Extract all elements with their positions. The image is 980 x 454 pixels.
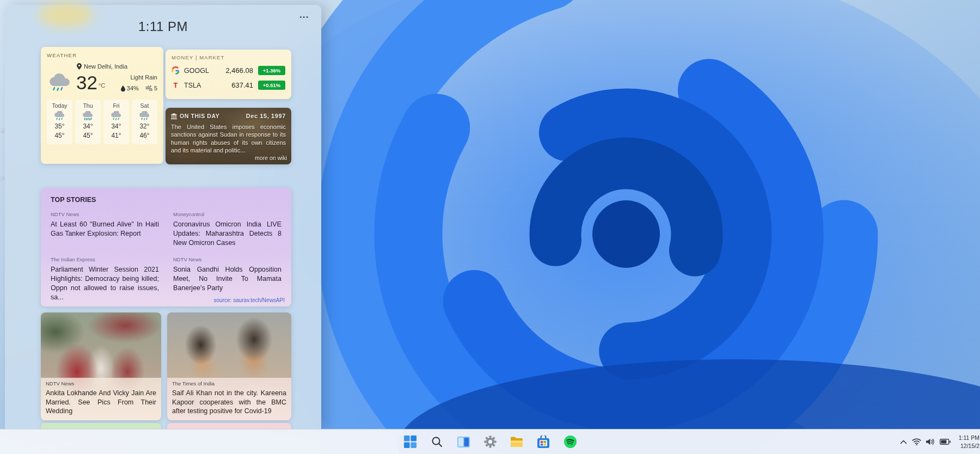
- on-this-day-date: Dec 15, 1997: [246, 113, 286, 119]
- on-this-day-widget[interactable]: ON THIS DAY Dec 15, 1997 The United Stat…: [166, 108, 291, 164]
- story-headline: At Least 60 "Burned Alive" In Haiti Gas …: [51, 220, 159, 238]
- location-pin-icon: [77, 63, 82, 70]
- volume-icon[interactable]: [926, 438, 935, 445]
- stock-price: 637.41: [231, 81, 253, 89]
- heavy-rain-cloud-icon: [82, 111, 95, 121]
- next-card-peek: [167, 423, 291, 429]
- stock-row[interactable]: T TSLA 637.41 +0.51%: [171, 81, 285, 90]
- museum-icon: [171, 113, 177, 119]
- settings-button[interactable]: [480, 432, 500, 452]
- wind-icon: [145, 85, 152, 91]
- humidity-icon: [121, 85, 125, 91]
- start-button[interactable]: [400, 432, 420, 452]
- news-card[interactable]: The Times of India Saif Ali Khan not in …: [167, 312, 291, 420]
- on-this-day-text: The United States imposes economic sanct…: [171, 123, 286, 154]
- stock-symbol: TSLA: [184, 82, 201, 89]
- story-headline: Sonia Gandhi Holds Opposition Meet, No I…: [173, 265, 281, 292]
- top-stories-title: TOP STORIES: [51, 196, 281, 204]
- task-view-button[interactable]: [454, 432, 473, 452]
- story-headline: Coronavirus Omicron India LIVE Updates: …: [173, 220, 281, 247]
- microsoft-store-button[interactable]: [534, 432, 553, 452]
- weather-title: WEATHER: [47, 52, 157, 58]
- weather-forecast: Today 35°45° Thu 34°45° Fri 34°41° Sat: [47, 100, 157, 144]
- more-options-button[interactable]: •••: [296, 11, 313, 22]
- tray-chevron-icon[interactable]: [900, 440, 907, 444]
- weather-humidity: 34%: [127, 85, 139, 91]
- market-title: MONEY | MARKET: [171, 54, 285, 60]
- rain-cloud-icon: [47, 73, 72, 93]
- top-stories-widget: TOP STORIES NDTV News At Least 60 "Burne…: [41, 188, 291, 306]
- spotify-button[interactable]: [560, 432, 580, 452]
- news-headline: Saif Ali Khan not in the city. Kareena K…: [172, 389, 286, 416]
- story-source: Moneycontrol: [173, 211, 281, 217]
- tesla-logo-icon: T: [171, 81, 180, 89]
- rain-cloud-icon: [110, 111, 123, 121]
- taskbar: 1:11 PM 12/15/2: [0, 429, 980, 454]
- forecast-day[interactable]: Sat 32°46°: [132, 100, 157, 144]
- tray-date: 12/15/2: [955, 442, 979, 450]
- stock-row[interactable]: GOOGL 2,466.08 +1.36%: [171, 66, 285, 75]
- on-this-day-title: ON THIS DAY: [180, 113, 219, 119]
- weather-location: New Delhi, India: [84, 63, 127, 70]
- story-item[interactable]: Moneycontrol Coronavirus Omicron India L…: [173, 211, 281, 247]
- story-item[interactable]: NDTV News At Least 60 "Burned Alive" In …: [51, 211, 159, 247]
- story-item[interactable]: The Indian Express Parliament Winter Ses…: [51, 256, 159, 302]
- stories-attribution-link[interactable]: source: saurav.tech/NewsAPI: [214, 297, 285, 303]
- weather-widget[interactable]: WEATHER New Delhi, India 32 °C Light Rai…: [41, 47, 163, 164]
- stock-change-badge: +0.51%: [258, 81, 285, 90]
- more-on-wiki-link[interactable]: more on wiki: [255, 155, 287, 161]
- rain-cloud-icon: [53, 111, 66, 121]
- tray-clock[interactable]: 1:11 PM 12/15/2: [955, 434, 979, 449]
- search-button[interactable]: [427, 432, 446, 452]
- weather-temp: 32: [76, 72, 97, 94]
- story-headline: Parliament Winter Session 2021 Highlight…: [51, 265, 159, 302]
- forecast-day[interactable]: Today 35°45°: [47, 100, 72, 144]
- story-source: NDTV News: [173, 256, 281, 262]
- forecast-day[interactable]: Thu 34°45°: [75, 100, 101, 144]
- stock-symbol: GOOGL: [184, 67, 209, 75]
- desktop: E P 1:11 PM ••• WEATHER New Delhi, India…: [0, 0, 980, 454]
- news-card[interactable]: NDTV News Ankita Lokhande And Vicky Jain…: [41, 312, 161, 420]
- forecast-day[interactable]: Fri 34°41°: [103, 100, 129, 144]
- news-headline: Ankita Lokhande And Vicky Jain Are Marri…: [46, 389, 156, 416]
- weather-condition: Light Rain: [121, 74, 157, 81]
- tray-time: 1:11 PM: [955, 434, 979, 441]
- story-source: NDTV News: [51, 211, 159, 217]
- battery-icon[interactable]: [940, 439, 951, 445]
- story-item[interactable]: NDTV News Sonia Gandhi Holds Opposition …: [173, 256, 281, 302]
- story-source: The Indian Express: [51, 256, 159, 262]
- widgets-panel: 1:11 PM ••• WEATHER New Delhi, India 32 …: [5, 5, 321, 429]
- stock-change-badge: +1.36%: [258, 66, 285, 75]
- news-source: NDTV News: [46, 381, 156, 386]
- wifi-icon[interactable]: [912, 438, 921, 445]
- stock-price: 2,466.08: [225, 66, 253, 75]
- weather-unit: °C: [99, 82, 105, 89]
- google-logo-icon: [171, 66, 180, 75]
- news-source: The Times of India: [172, 381, 286, 386]
- weather-wind: 5: [154, 85, 157, 91]
- widgets-time: 1:11 PM: [5, 19, 321, 34]
- rain-cloud-icon: [138, 111, 151, 121]
- file-explorer-button[interactable]: [507, 432, 526, 452]
- next-card-peek: [41, 423, 161, 429]
- market-widget[interactable]: MONEY | MARKET GOOGL 2,466.08 +1.36% T T…: [166, 50, 291, 99]
